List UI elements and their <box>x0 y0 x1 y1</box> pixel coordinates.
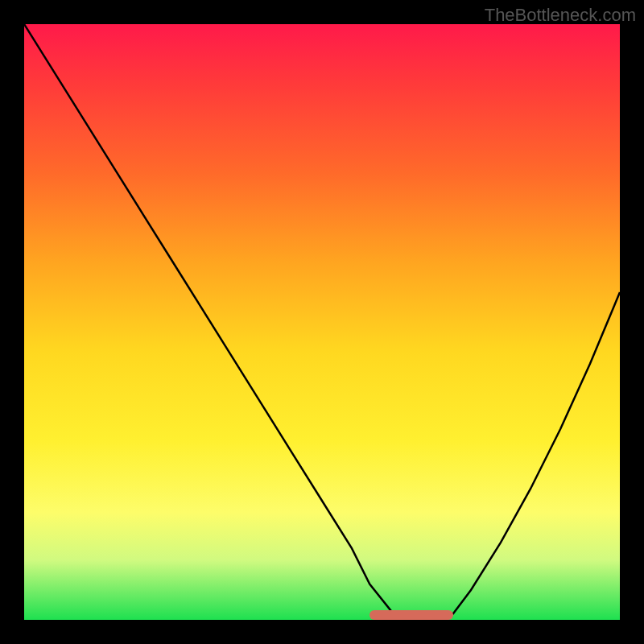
watermark-text: TheBottleneck.com <box>485 5 636 26</box>
chart-frame: TheBottleneck.com <box>0 0 644 644</box>
valley-marker <box>369 610 453 620</box>
curve-svg <box>24 24 620 620</box>
bottleneck-curve-path <box>24 24 620 620</box>
plot-area <box>24 24 620 620</box>
